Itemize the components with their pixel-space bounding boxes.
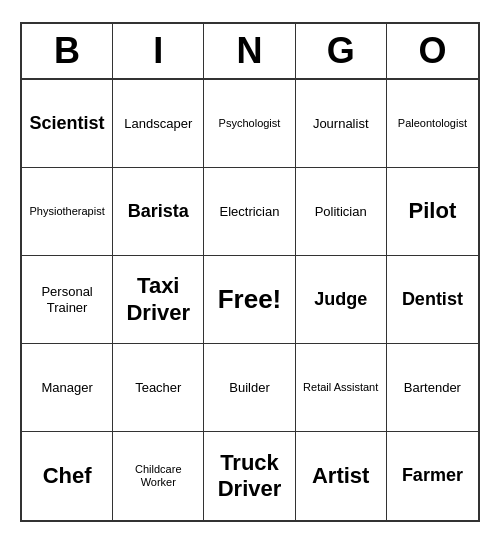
bingo-grid: ScientistLandscaperPsychologistJournalis… bbox=[22, 80, 478, 520]
cell-label: Pilot bbox=[409, 198, 457, 224]
bingo-cell: Barista bbox=[113, 168, 204, 256]
bingo-cell: Teacher bbox=[113, 344, 204, 432]
bingo-cell: Electrician bbox=[204, 168, 295, 256]
bingo-card: BINGO ScientistLandscaperPsychologistJou… bbox=[20, 22, 480, 522]
cell-label: Landscaper bbox=[124, 116, 192, 132]
bingo-cell: Journalist bbox=[296, 80, 387, 168]
cell-label: Taxi Driver bbox=[117, 273, 199, 326]
header-letter: B bbox=[22, 24, 113, 78]
cell-label: Dentist bbox=[402, 289, 463, 311]
cell-label: Physiotherapist bbox=[29, 205, 104, 218]
bingo-cell: Personal Trainer bbox=[22, 256, 113, 344]
cell-label: Politician bbox=[315, 204, 367, 220]
bingo-cell: Childcare Worker bbox=[113, 432, 204, 520]
cell-label: Bartender bbox=[404, 380, 461, 396]
cell-label: Journalist bbox=[313, 116, 369, 132]
bingo-cell: Chef bbox=[22, 432, 113, 520]
cell-label: Personal Trainer bbox=[26, 284, 108, 315]
bingo-cell: Paleontologist bbox=[387, 80, 478, 168]
cell-label: Childcare Worker bbox=[117, 463, 199, 489]
cell-label: Teacher bbox=[135, 380, 181, 396]
bingo-cell: Psychologist bbox=[204, 80, 295, 168]
cell-label: Free! bbox=[218, 284, 282, 315]
header-letter: N bbox=[204, 24, 295, 78]
bingo-cell: Truck Driver bbox=[204, 432, 295, 520]
bingo-cell: Physiotherapist bbox=[22, 168, 113, 256]
bingo-cell: Dentist bbox=[387, 256, 478, 344]
bingo-cell: Retail Assistant bbox=[296, 344, 387, 432]
cell-label: Artist bbox=[312, 463, 369, 489]
bingo-cell: Politician bbox=[296, 168, 387, 256]
bingo-cell: Judge bbox=[296, 256, 387, 344]
cell-label: Farmer bbox=[402, 465, 463, 487]
cell-label: Barista bbox=[128, 201, 189, 223]
cell-label: Psychologist bbox=[219, 117, 281, 130]
bingo-cell: Pilot bbox=[387, 168, 478, 256]
cell-label: Manager bbox=[41, 380, 92, 396]
bingo-cell: Taxi Driver bbox=[113, 256, 204, 344]
header-letter: G bbox=[296, 24, 387, 78]
cell-label: Builder bbox=[229, 380, 269, 396]
cell-label: Chef bbox=[43, 463, 92, 489]
cell-label: Judge bbox=[314, 289, 367, 311]
bingo-cell: Free! bbox=[204, 256, 295, 344]
header-letter: O bbox=[387, 24, 478, 78]
cell-label: Retail Assistant bbox=[303, 381, 378, 394]
bingo-cell: Farmer bbox=[387, 432, 478, 520]
cell-label: Electrician bbox=[220, 204, 280, 220]
bingo-cell: Artist bbox=[296, 432, 387, 520]
bingo-cell: Manager bbox=[22, 344, 113, 432]
bingo-cell: Landscaper bbox=[113, 80, 204, 168]
cell-label: Scientist bbox=[30, 113, 105, 135]
header-letter: I bbox=[113, 24, 204, 78]
bingo-cell: Scientist bbox=[22, 80, 113, 168]
bingo-header: BINGO bbox=[22, 24, 478, 80]
bingo-cell: Builder bbox=[204, 344, 295, 432]
cell-label: Truck Driver bbox=[208, 450, 290, 503]
cell-label: Paleontologist bbox=[398, 117, 467, 130]
bingo-cell: Bartender bbox=[387, 344, 478, 432]
